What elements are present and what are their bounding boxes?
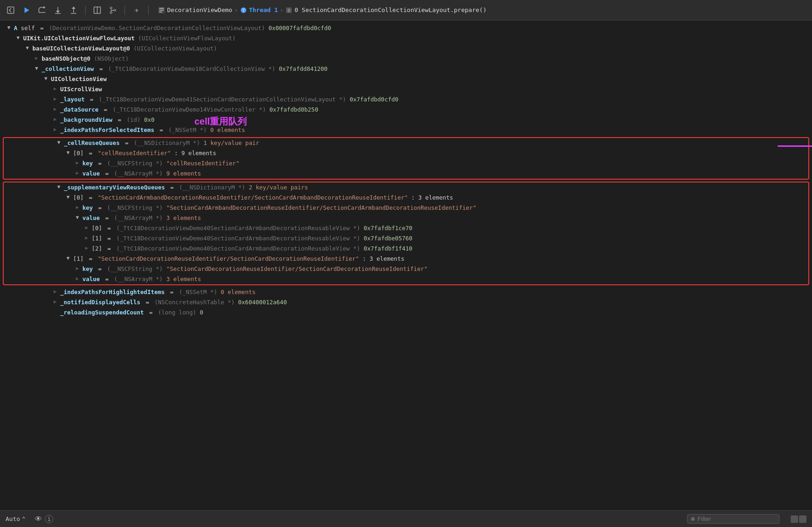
datasource-toggle[interactable] — [52, 105, 58, 113]
supp-0-val-2-row[interactable]: [2] = (_TtC18DecorationViewDemo40Section… — [4, 244, 808, 254]
branch-button[interactable] — [107, 4, 119, 16]
supp-1-key-toggle[interactable] — [74, 264, 81, 273]
breadcrumb-sep-2: › — [280, 6, 283, 13]
supp-0-key-row[interactable]: key = (__NSCFString *) "SectionCardArmba… — [4, 203, 808, 213]
step-out-button[interactable] — [68, 4, 80, 16]
reloading-suspended-row[interactable]: _reloadingSuspendedCount = (long long) 0 — [0, 307, 812, 318]
divider-3 — [148, 6, 149, 15]
filter-box[interactable]: ⊙ — [687, 514, 780, 524]
cellreuse-value-row[interactable]: value = (__NSArrayM *) 9 elements — [4, 169, 808, 179]
supp-0-val-0-row[interactable]: [0] = (_TtC18DecorationViewDemo40Section… — [4, 223, 808, 233]
grid-view-toggle[interactable] — [791, 515, 806, 523]
layout-row[interactable]: _layout = (_TtC18DecorationViewDemo41Sec… — [0, 94, 812, 105]
breadcrumb-func: 0 SectionCardDecorationCollectionViewLay… — [294, 6, 487, 13]
uicollectionview-row[interactable]: UICollectionView — [0, 74, 812, 84]
info-icon[interactable]: i — [45, 515, 53, 523]
uikit-toggle[interactable] — [15, 34, 21, 42]
svg-text:0: 0 — [287, 8, 290, 13]
svg-text:T: T — [242, 8, 245, 13]
supp-1-row[interactable]: [1] = "SectionCardDecorationReuseIdentif… — [4, 254, 808, 264]
uikit-row[interactable]: UIKit.UICollectionViewFlowLayout (UIColl… — [0, 33, 812, 44]
breadcrumb-sep-1: › — [234, 6, 238, 13]
supp-0-val-2-toggle[interactable] — [83, 244, 90, 252]
supp-1-value-toggle[interactable] — [74, 275, 81, 283]
grid-sq-2 — [799, 515, 806, 523]
svg-rect-15 — [159, 10, 164, 11]
indexpaths-highlighted-row[interactable]: _indexPathsForHighlightedItems = (_NSSet… — [0, 287, 812, 297]
indexpaths-selected-row[interactable]: _indexPathsForSelectedItems = (_NSSetM *… — [0, 125, 812, 135]
supp-1-value-row[interactable]: value = (__NSArrayM *) 3 elements — [4, 274, 808, 284]
uiscrollview-row[interactable]: UIScrollView — [0, 84, 812, 94]
breadcrumb-app[interactable]: DecorationViewDemo — [167, 6, 232, 13]
supp-0-val-1-row[interactable]: [1] = (_TtC18DecorationViewDemo40Section… — [4, 233, 808, 244]
supp-0-val-0-toggle[interactable] — [83, 224, 90, 232]
uiscrollview-toggle[interactable] — [52, 85, 58, 93]
layout-toggle[interactable] — [52, 95, 58, 103]
step-over-button[interactable] — [36, 4, 48, 16]
backgroundview-toggle[interactable] — [52, 115, 58, 124]
step-into-button[interactable] — [52, 4, 64, 16]
continue-button[interactable] — [20, 4, 32, 16]
supp-0-value-toggle[interactable] — [74, 213, 81, 222]
cellreuse-value-toggle[interactable] — [74, 169, 81, 177]
breadcrumb: DecorationViewDemo › T Thread 1 › 0 0 Se… — [158, 6, 487, 14]
svg-point-11 — [110, 12, 112, 13]
bottom-bar: Auto ⌃ 👁 i ⊙ — [0, 510, 812, 527]
supp-0-val-1-toggle[interactable] — [83, 234, 90, 242]
suppreusequeues-row[interactable]: _supplementaryViewReuseQueues = (__NSDic… — [4, 182, 808, 193]
uicollectionview-toggle[interactable] — [43, 75, 49, 83]
supp-0-value-row[interactable]: value = (__NSArrayM *) 3 elements — [4, 213, 808, 223]
variable-tree: A self = (DecorationViewDemo.SectionCard… — [0, 20, 812, 320]
filter-input[interactable] — [698, 515, 772, 522]
breadcrumb-thread[interactable]: Thread 1 — [249, 6, 278, 13]
supp-0-key-toggle[interactable] — [74, 203, 81, 212]
basens-row[interactable]: baseNSObject@0 (NSObject) — [0, 54, 812, 64]
self-row[interactable]: A self = (DecorationViewDemo.SectionCard… — [0, 23, 812, 33]
auto-chevron: ⌃ — [22, 515, 25, 522]
auto-selector[interactable]: Auto ⌃ — [6, 515, 25, 522]
back-button[interactable] — [5, 4, 17, 16]
divider-2 — [125, 6, 125, 15]
supp-0-row[interactable]: [0] = "SectionCardArmbandDecorationReuse… — [4, 193, 808, 203]
supp-reuse-box: _supplementaryViewReuseQueues = (__NSDic… — [3, 182, 809, 285]
supp-0-toggle[interactable] — [65, 193, 71, 201]
indexpaths-highlighted-toggle[interactable] — [52, 288, 58, 296]
notified-cells-row[interactable]: _notifiedDisplayedCells = (NSConcreteHas… — [0, 297, 812, 307]
eye-icon[interactable]: 👁 — [35, 514, 42, 523]
cellreuse-0-row[interactable]: [0] = "cellReuseIdentifier" : 9 elements — [4, 148, 808, 158]
base-row[interactable]: baseUICollectionViewLayout@0 (UICollecti… — [0, 44, 812, 54]
svg-marker-2 — [44, 6, 45, 9]
cellreusequeues-row[interactable]: _cellReuseQueues = (__NSDictionaryM *) 1… — [4, 138, 808, 148]
auto-label-text: Auto — [6, 515, 20, 522]
cellreuse-0-toggle[interactable] — [65, 149, 71, 157]
indexpaths-selected-toggle[interactable] — [52, 125, 58, 134]
svg-marker-4 — [56, 11, 60, 13]
divider-1 — [85, 6, 86, 15]
basens-toggle[interactable] — [33, 54, 40, 63]
collectionview-row[interactable]: _collectionView = (_TtC18DecorationViewD… — [0, 64, 812, 74]
toolbar: ✈ DecorationViewDemo › T Thread 1 › 0 0 … — [0, 0, 812, 20]
cellreuse-key-toggle[interactable] — [74, 159, 81, 167]
suppreusequeues-toggle[interactable] — [56, 183, 62, 191]
svg-marker-6 — [72, 6, 75, 9]
supp-1-toggle[interactable] — [65, 254, 71, 263]
notified-cells-toggle[interactable] — [52, 298, 58, 306]
svg-marker-1 — [25, 7, 29, 13]
backgroundview-row[interactable]: _backgroundView = (id) 0x0 — [0, 115, 812, 125]
background-wrapper: _backgroundView = (id) 0x0 cell重用队列 — [0, 115, 812, 125]
supp-1-key-row[interactable]: key = (__NSCFString *) "SectionCardDecor… — [4, 264, 808, 274]
cellreusequeues-toggle[interactable] — [56, 138, 62, 147]
self-toggle[interactable] — [6, 24, 12, 32]
cellreuse-key-row[interactable]: key = (__NSCFString *) "cellReuseIdentif… — [4, 158, 808, 169]
base-toggle[interactable] — [24, 44, 31, 52]
svg-rect-14 — [159, 8, 164, 9]
supp-reuse-section: _supplementaryViewReuseQueues = (__NSDic… — [0, 182, 812, 285]
cell-reuse-box: _cellReuseQueues = (__NSDictionaryM *) 1… — [3, 137, 809, 180]
svg-rect-0 — [7, 7, 14, 13]
svg-point-10 — [110, 7, 112, 9]
collectionview-toggle[interactable] — [33, 64, 40, 73]
send-button[interactable]: ✈ — [131, 4, 143, 16]
view-button[interactable] — [91, 4, 103, 16]
main-content: A self = (DecorationViewDemo.SectionCard… — [0, 20, 812, 510]
datasource-row[interactable]: _dataSource = (_TtC18DecorationViewDemo1… — [0, 105, 812, 115]
